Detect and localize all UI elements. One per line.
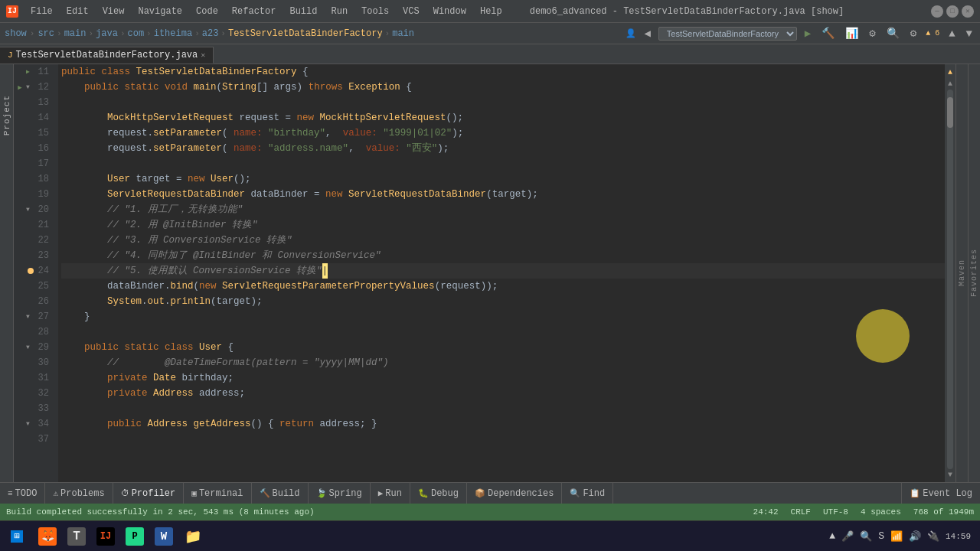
menu-navigate[interactable]: Navigate: [132, 5, 188, 18]
taskbar-text-editor[interactable]: T: [63, 523, 90, 550]
menu-vcs[interactable]: VCS: [397, 5, 426, 18]
taskbar-intellij[interactable]: IJ: [92, 523, 119, 550]
tab-main-file[interactable]: J TestServletDataBinderFactory.java ✕: [0, 47, 214, 64]
code-line-37: [61, 432, 945, 447]
breadcrumb-class[interactable]: TestServletDataBinderFactory: [228, 28, 383, 39]
line-ending[interactable]: CRLF: [791, 507, 811, 517]
menu-view[interactable]: View: [96, 5, 131, 18]
menu-edit[interactable]: Edit: [60, 5, 95, 18]
line-num-37: 37: [26, 432, 54, 447]
indent-setting[interactable]: 4 spaces: [861, 507, 901, 517]
taskbar-clock: 14:59: [946, 532, 971, 541]
menu-window[interactable]: Window: [427, 5, 472, 18]
breadcrumb-com[interactable]: com: [127, 28, 144, 39]
scroll-up-button[interactable]: ▲: [948, 80, 952, 88]
nav-back-button[interactable]: ◀: [641, 25, 653, 41]
breadcrumb-java[interactable]: java: [96, 28, 118, 39]
scrollbar-track[interactable]: [947, 90, 953, 469]
project-sidebar[interactable]: Project: [0, 64, 14, 482]
menu-run[interactable]: Run: [325, 5, 354, 18]
breadcrumb-src[interactable]: src: [38, 28, 54, 39]
menu-refactor[interactable]: Refactor: [226, 5, 283, 18]
line-num-13: 13: [26, 95, 54, 110]
run-label: Run: [385, 488, 402, 499]
run-icon: ▶: [378, 488, 384, 498]
menu-code[interactable]: Code: [190, 5, 224, 18]
gutter-19: [14, 187, 26, 202]
taskbar-explorer[interactable]: 📁: [179, 523, 207, 550]
class-selector[interactable]: TestServletDataBinderFactory: [658, 27, 797, 41]
scrollbar-thumb[interactable]: [947, 97, 953, 128]
code-line-11: public class TestServletDataBinderFactor…: [61, 64, 945, 80]
line-num-14: 14: [26, 110, 54, 126]
code-line-20: // "1. 用工厂，无转换功能": [61, 202, 945, 217]
nav-search-button[interactable]: 🔍: [884, 25, 903, 41]
gutter-14: [14, 110, 26, 126]
gutter-28: [14, 324, 26, 340]
line-num-22: 22: [26, 233, 54, 248]
tool-build[interactable]: 🔨 Build: [252, 483, 309, 504]
menu-tools[interactable]: Tools: [355, 5, 395, 18]
tool-debug[interactable]: 🐛 Debug: [410, 483, 467, 504]
nav-user-icon[interactable]: 👤: [626, 28, 636, 38]
code-line-29: public static class User {: [61, 340, 945, 355]
nav-build-button[interactable]: 🔨: [818, 25, 838, 41]
menu-build[interactable]: Build: [283, 5, 323, 18]
wifi-icon: 📶: [890, 530, 903, 543]
favorites-sidebar[interactable]: Favorites: [968, 64, 980, 482]
build-icon: 🔨: [260, 488, 270, 498]
nav-run-button[interactable]: ▶: [802, 25, 814, 41]
title-bar-left: IJ File Edit View Navigate Code Refactor…: [6, 5, 844, 18]
nav-gear-button[interactable]: ⚙: [907, 25, 920, 41]
code-line-25: dataBinder.bind(new ServletRequestParame…: [61, 279, 945, 294]
gutter-26: [14, 294, 26, 309]
scroll-down-button[interactable]: ▼: [948, 471, 952, 479]
menu-help[interactable]: Help: [474, 5, 508, 18]
spring-icon: 🍃: [316, 488, 327, 498]
line-num-20: 20: [26, 202, 54, 217]
breadcrumb-a23[interactable]: a23: [202, 28, 219, 39]
line-numbers: 11 12 13 14 15 16 17 18 19 20 21 22 23 2…: [26, 64, 58, 482]
start-button[interactable]: ⊞: [3, 523, 31, 550]
gutter-29: [14, 340, 26, 355]
tab-label: TestServletDataBinderFactory.java: [16, 50, 198, 60]
breadcrumb-main[interactable]: main: [64, 28, 87, 39]
line-num-11: 11: [26, 64, 54, 80]
tool-profiler[interactable]: ⏱ Profiler: [113, 483, 185, 504]
minimize-button[interactable]: —: [931, 5, 943, 18]
code-line-15: request.setParameter( name: "birthday", …: [61, 126, 945, 141]
nav-show[interactable]: show: [5, 28, 27, 39]
code-line-22: // "3. 用 ConversionService 转换": [61, 233, 945, 248]
tool-run[interactable]: ▶ Run: [371, 483, 410, 504]
line-num-28: 28: [26, 324, 54, 340]
debug-label: Debug: [431, 488, 459, 499]
breadcrumb-method[interactable]: main: [392, 28, 414, 39]
nav-settings-button[interactable]: ⚙: [866, 25, 878, 41]
pycharm-icon: P: [126, 527, 144, 546]
taskbar-word[interactable]: W: [150, 523, 178, 550]
gutter-27: [14, 309, 26, 324]
tool-spring[interactable]: 🍃 Spring: [309, 483, 371, 504]
tool-dependencies[interactable]: 📦 Dependencies: [467, 483, 562, 504]
tab-close-button[interactable]: ✕: [201, 51, 205, 60]
editor-container[interactable]: 11 12 13 14 15 16 17 18 19 20 21 22 23 2…: [26, 64, 956, 482]
encoding[interactable]: UTF-8: [823, 507, 848, 517]
tool-problems[interactable]: ⚠ Problems: [45, 483, 113, 504]
nav-coverage-button[interactable]: 📊: [842, 25, 861, 41]
tool-terminal[interactable]: ▣ Terminal: [184, 483, 251, 504]
menu-file[interactable]: File: [24, 5, 59, 18]
taskbar-firefox[interactable]: 🦊: [34, 523, 61, 550]
code-editor[interactable]: public class TestServletDataBinderFactor…: [58, 64, 945, 482]
maven-sidebar[interactable]: Maven: [956, 64, 968, 482]
tool-event-log[interactable]: 📋 Event Log: [901, 483, 980, 504]
gutter-16: [14, 141, 26, 156]
taskbar-pycharm[interactable]: P: [121, 523, 149, 550]
breadcrumb-itheima[interactable]: itheima: [154, 28, 192, 39]
maximize-button[interactable]: □: [946, 5, 959, 18]
close-button[interactable]: ✕: [962, 5, 974, 18]
status-bar: Build completed successfully in 2 sec, 5…: [0, 504, 980, 520]
tool-todo[interactable]: ≡ TODO: [0, 483, 45, 504]
nav-collapse-button[interactable]: ▼: [963, 26, 975, 41]
tool-find[interactable]: 🔍 Find: [562, 483, 613, 504]
nav-expand-button[interactable]: ▲: [946, 26, 958, 41]
